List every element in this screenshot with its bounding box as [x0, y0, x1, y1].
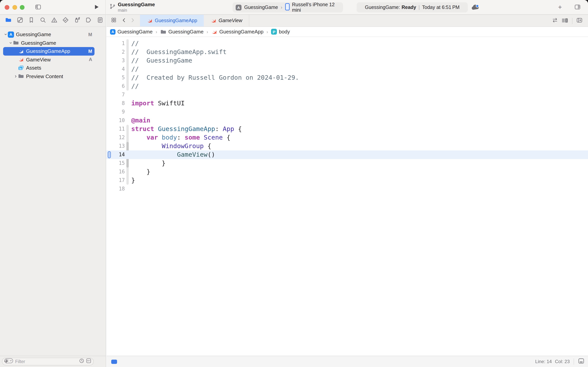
- swift-icon: [211, 29, 217, 35]
- run-button[interactable]: [93, 4, 100, 11]
- code-line-13[interactable]: 13 WindowGroup {: [107, 142, 588, 150]
- add-file-button[interactable]: [3, 359, 9, 365]
- code-line-7[interactable]: 7: [107, 91, 588, 99]
- code-line-2[interactable]: 2// GuessingGameApp.swift: [107, 48, 588, 56]
- toggle-navigator-button[interactable]: [34, 4, 42, 11]
- scheme-name[interactable]: GuessingGame: [244, 5, 278, 10]
- scheme-selector[interactable]: A GuessingGame › Russell’s iPhone 12 min…: [233, 2, 343, 12]
- add-editor-button[interactable]: [575, 17, 584, 25]
- nav-tab-project-navigator[interactable]: [3, 16, 14, 26]
- breadcrumb-label: GuessingGameApp: [219, 29, 263, 35]
- line-number[interactable]: 3: [107, 56, 125, 65]
- nav-tab-issue-navigator[interactable]: [49, 16, 60, 26]
- activity-status[interactable]: GuessingGame: Ready | Today at 6:51 PM: [357, 2, 468, 12]
- nav-tab-debug-navigator[interactable]: [71, 16, 83, 26]
- filter-field[interactable]: Filter: [2, 358, 94, 366]
- editor-bottom-bar: Line: 14Col: 23: [107, 356, 588, 367]
- folder-icon: [160, 29, 167, 35]
- code-line-4[interactable]: 4//: [107, 65, 588, 74]
- tree-row-guessinggameapp[interactable]: GuessingGameAppM: [3, 47, 94, 55]
- close-window-button[interactable]: [5, 5, 9, 10]
- line-number[interactable]: 11: [107, 125, 125, 133]
- line-number[interactable]: 5: [107, 74, 125, 82]
- toggle-inspector-button[interactable]: [573, 3, 582, 11]
- disclosure-open-icon[interactable]: [8, 41, 13, 45]
- code-line-11[interactable]: 11struct GuessingGameApp: App {: [107, 125, 588, 133]
- breadcrumb-guessinggameapp[interactable]: GuessingGameApp: [211, 29, 263, 35]
- line-number[interactable]: 1: [107, 39, 125, 48]
- code-line-18[interactable]: 18: [107, 185, 588, 193]
- tree-row-label: GuessingGame: [21, 40, 56, 46]
- line-number[interactable]: 7: [107, 91, 125, 99]
- code-line-6[interactable]: 6//: [107, 82, 588, 91]
- nav-tab-find-navigator[interactable]: [37, 16, 49, 26]
- tree-row-guessinggame[interactable]: GuessingGame: [3, 39, 94, 47]
- line-number[interactable]: 18: [107, 185, 125, 193]
- editor-tab-gameview[interactable]: GameView: [204, 15, 249, 26]
- window-title: GuessingGame: [118, 1, 155, 8]
- nav-tab-test-navigator[interactable]: [60, 16, 71, 26]
- swift-icon: [18, 57, 24, 63]
- library-add-button[interactable]: +: [556, 3, 564, 11]
- branch-name: main: [118, 8, 155, 13]
- breadcrumb-body[interactable]: Pbody: [271, 29, 290, 35]
- chevron-left-icon: [121, 17, 127, 24]
- bookmark-navigator-icon: [28, 17, 35, 25]
- line-number[interactable]: 13: [107, 142, 125, 150]
- nav-tab-source-control-navigator[interactable]: [14, 16, 26, 26]
- line-number[interactable]: 16: [107, 167, 125, 176]
- code-text: // Created by Russell Gordon on 2024-01-…: [131, 74, 299, 82]
- code-line-9[interactable]: 9: [107, 108, 588, 116]
- line-number[interactable]: 9: [107, 108, 125, 116]
- line-number[interactable]: 2: [107, 48, 125, 56]
- nav-tab-report-navigator[interactable]: [94, 16, 106, 26]
- code-line-16[interactable]: 16 }: [107, 167, 588, 176]
- tree-row-preview-content[interactable]: Preview Content: [3, 72, 94, 81]
- line-number[interactable]: 12: [107, 133, 125, 142]
- go-forward-button[interactable]: [128, 15, 137, 26]
- tree-row-assets[interactable]: Assets: [3, 64, 94, 72]
- disclosure-open-icon[interactable]: [3, 33, 8, 37]
- go-back-button[interactable]: [120, 15, 128, 26]
- zoom-window-button[interactable]: [20, 5, 25, 10]
- filter-placeholder: Filter: [15, 359, 79, 364]
- breadcrumb-guessinggame[interactable]: GuessingGame: [160, 29, 204, 35]
- line-number[interactable]: 10: [107, 116, 125, 125]
- code-review-button[interactable]: [550, 17, 560, 25]
- breadcrumb-separator: ›: [156, 29, 157, 34]
- code-line-5[interactable]: 5// Created by Russell Gordon on 2024-01…: [107, 74, 588, 82]
- code-line-15[interactable]: 15 }: [107, 159, 588, 167]
- line-number[interactable]: 8: [107, 99, 125, 108]
- code-line-14[interactable]: 14 GameView(): [107, 150, 588, 159]
- line-number[interactable]: 15: [107, 159, 125, 167]
- nav-tab-bookmark-navigator[interactable]: [26, 16, 37, 26]
- line-number[interactable]: 17: [107, 176, 125, 185]
- cloud-sync-icon[interactable]: [470, 3, 480, 12]
- nav-tab-breakpoint-navigator[interactable]: [83, 16, 94, 26]
- related-items-button[interactable]: [109, 15, 119, 26]
- editor-mode-chip[interactable]: [111, 359, 117, 364]
- breadcrumb-guessinggame[interactable]: AGuessingGame: [110, 29, 153, 35]
- line-number[interactable]: 4: [107, 65, 125, 74]
- run-destination[interactable]: Russell’s iPhone 12 mini: [292, 2, 340, 13]
- code-line-17[interactable]: 17}: [107, 176, 588, 185]
- code-line-12[interactable]: 12 var body: some Scene {: [107, 133, 588, 142]
- editor-layout-button[interactable]: [578, 358, 585, 365]
- editor-tab-guessinggameapp[interactable]: GuessingGameApp: [140, 15, 204, 26]
- code-text: }: [131, 176, 135, 185]
- code-line-3[interactable]: 3// GuessingGame: [107, 56, 588, 65]
- code-line-8[interactable]: 8import SwiftUI: [107, 99, 588, 108]
- recent-files-icon[interactable]: [79, 358, 84, 365]
- navigator-filter-bar: Filter: [0, 356, 106, 367]
- line-number[interactable]: 6: [107, 82, 125, 91]
- git-branch-icon: [110, 3, 116, 11]
- minimize-window-button[interactable]: [12, 5, 17, 10]
- code-line-1[interactable]: 1//: [107, 39, 588, 48]
- adjust-editor-options-button[interactable]: [560, 17, 570, 25]
- disclosure-closed-icon[interactable]: [13, 74, 18, 79]
- tree-row-gameview[interactable]: GameViewA: [3, 55, 94, 64]
- code-line-10[interactable]: 10@main: [107, 116, 588, 125]
- tree-row-guessinggame[interactable]: AGuessingGameM: [3, 30, 94, 39]
- source-control-status-icon[interactable]: [86, 358, 91, 365]
- source-editor[interactable]: 1//2// GuessingGameApp.swift3// Guessing…: [107, 37, 588, 356]
